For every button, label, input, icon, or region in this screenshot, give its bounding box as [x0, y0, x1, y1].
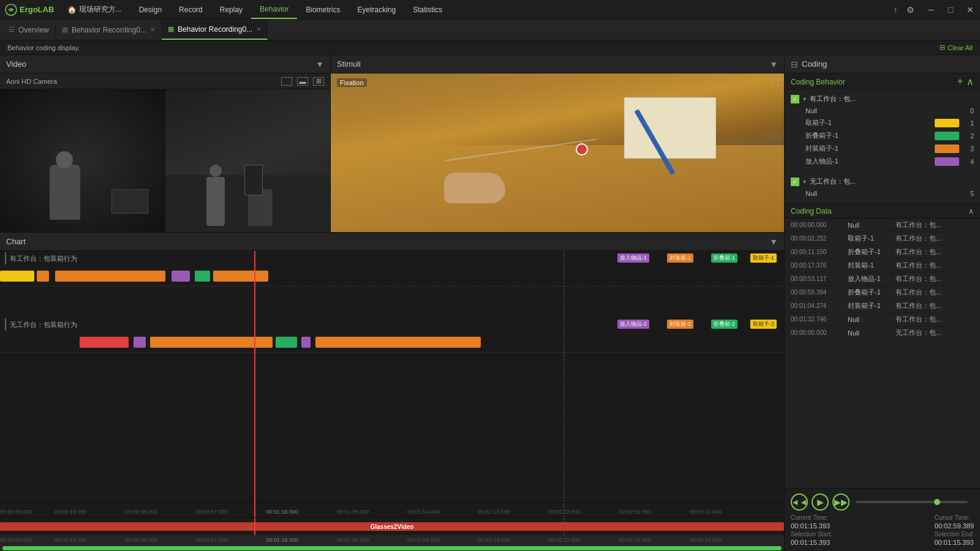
stimuli-expand-icon[interactable]: ▼ — [769, 59, 778, 69]
coding-group-1: ✓ ▾ 有工作台：包... Null 0 取箱子-1 1 — [785, 90, 980, 173]
coding-data-item-6: 00:01:04.274 封装箱子-1 有工作台：包... — [785, 299, 980, 313]
coding-color-green — [935, 132, 959, 140]
time-mark-1: 00:00:19.000 — [55, 509, 87, 515]
coding-group-1-expand[interactable]: ▾ — [803, 96, 806, 102]
coding-checkbox-1[interactable]: ✓ — [791, 95, 799, 103]
coding-behavior-list-1: Null 0 取箱子-1 1 折叠箱子-1 2 封装箱子-1 — [785, 105, 980, 170]
strip-time-3: 00:00:57.000 — [195, 537, 228, 543]
chart-timeline-row: 00:00:00.000 00:00:19.000 00:00:38.000 0… — [0, 503, 784, 517]
menu-record[interactable]: Record — [170, 0, 211, 19]
menu-eyetracking[interactable]: Eyetracking — [349, 0, 405, 19]
tab-close-2[interactable]: ✕ — [256, 26, 261, 32]
coding-collapse-button[interactable]: ∧ — [967, 76, 974, 88]
pill-2-4: 取箱子-2 — [750, 320, 777, 329]
play-slider-thumb[interactable] — [934, 499, 940, 505]
selection-start-group: Selection Start: 00:01:15.393 — [791, 531, 832, 546]
coding-behavior-item-4: 放入物品-1 4 — [785, 155, 980, 168]
minimize-button[interactable]: ─ — [921, 0, 941, 20]
chart-block-yellow-1 — [0, 271, 34, 282]
time-mark-9: 00:02:51.000 — [619, 509, 652, 515]
scroll-bar-row[interactable] — [0, 545, 784, 551]
chart-row1-label: 有工作台：包装箱行为 — [10, 254, 77, 263]
video-expand-icon[interactable]: ▼ — [315, 59, 324, 69]
maximize-button[interactable]: □ — [941, 0, 960, 20]
menu-design[interactable]: Design — [130, 0, 170, 19]
stimuli-scene: Fixation — [331, 73, 784, 232]
video-view-icon-1[interactable] — [281, 77, 292, 86]
video-panel: Video ▼ Aoni HD Camera ▬ ⊞ — [0, 55, 331, 232]
status-text: Behavior coding display. — [7, 44, 80, 51]
tab-overview-icon: ☰ — [9, 26, 15, 34]
tab-bar: ☰ Overview ▦ Behavior Recording0... ✕ ▦ … — [0, 20, 980, 40]
stimuli-panel-title: Stimuli — [337, 59, 361, 69]
fixation-label: Fixation — [337, 78, 367, 87]
selection-end-label: Selection End: — [935, 531, 974, 538]
scroll-bar-thumb[interactable] — [2, 546, 782, 550]
tab-close-1[interactable]: ✕ — [150, 26, 155, 33]
coding-data-section: Coding Data ∧ 00:00:00.000 Null 有工作台：包..… — [785, 204, 980, 488]
tab-behavior-1[interactable]: ▦ Behavior Recording0... ✕ — [56, 20, 162, 40]
arrow-up-icon[interactable]: ↑ — [889, 4, 902, 16]
chart-block-orange-end-2 — [315, 337, 481, 348]
forward-button[interactable]: ▶▶ — [832, 493, 850, 511]
coding-behavior-item-2: 折叠箱子-1 2 — [785, 129, 980, 142]
selection-displays: Selection Start: 00:01:15.393 Selection … — [791, 531, 974, 546]
time-mark-4: 00:01:16.000 — [266, 509, 299, 515]
menu-statistics[interactable]: Statistics — [404, 0, 451, 19]
coding-data-list[interactable]: 00:00:00.000 Null 有工作台：包... 00:00:02.252… — [785, 219, 980, 488]
chart-block-purple-small-2 — [301, 337, 311, 348]
tab-overview[interactable]: ☰ Overview — [2, 20, 56, 40]
coding-data-item-5: 00:00:59.394 折叠箱子-1 有工作台：包... — [785, 286, 980, 299]
play-button[interactable]: ▶ — [812, 493, 829, 511]
strip-time-2: 00:00:38.000 — [125, 537, 157, 543]
menu-replay[interactable]: Replay — [211, 0, 251, 19]
coding-data-item-1: 00:00:02.252 取箱子-1 有工作台：包... — [785, 232, 980, 246]
video-content — [0, 89, 330, 232]
coding-checkbox-2[interactable]: ✓ — [791, 178, 799, 186]
top-row: Video ▼ Aoni HD Camera ▬ ⊞ — [0, 55, 784, 233]
settings-icon[interactable]: ⚙ — [904, 4, 916, 16]
clear-all-button[interactable]: ⊟ Clear All — [940, 43, 973, 51]
close-button[interactable]: ✕ — [960, 0, 980, 20]
strip-time-9: 00:02:51.000 — [619, 537, 652, 543]
video-view-icon-3[interactable]: ⊞ — [313, 77, 324, 86]
strip-playhead — [254, 518, 255, 535]
video-panel-header: Video ▼ — [0, 55, 330, 73]
coding-group-2-expand[interactable]: ▾ — [803, 178, 806, 185]
menu-project[interactable]: 🏠 现场研究方... — [59, 0, 130, 19]
tab-behavior-2[interactable]: ▦ Behavior Recording0... ✕ — [162, 20, 268, 40]
timeline-time-row: 00:00:00.000 00:00:19.000 00:00:38.000 0… — [0, 535, 784, 545]
time-mark-2: 00:00:38.000 — [125, 509, 157, 515]
chart-block-purple-1 — [172, 271, 190, 282]
coding-title: Coding — [802, 59, 827, 69]
coding-behavior-3-num: 3 — [964, 145, 974, 152]
chart-block-orange-cont-1 — [213, 271, 268, 282]
menu-behavior[interactable]: Behavior — [251, 0, 297, 19]
chart-panel-title: Chart — [6, 237, 26, 246]
chart-expand-icon[interactable]: ▼ — [769, 237, 778, 247]
play-slider[interactable] — [856, 501, 968, 503]
chart-body: 有工作台：包装箱行为 放入物品-1 封装箱-1 折叠箱-1 取箱子-1 — [0, 251, 784, 517]
strip-time-0: 00:00:00.000 — [0, 537, 32, 543]
video-view-icon-2[interactable]: ▬ — [297, 77, 308, 86]
coding-behavior-1-num: 1 — [964, 119, 974, 127]
scroll-bar-track[interactable] — [2, 546, 782, 550]
coding-behavior-null-1-name: Null — [805, 107, 959, 114]
coding-data-collapse[interactable]: ∧ — [968, 207, 974, 216]
chart-playhead — [254, 251, 255, 517]
stimuli-fullscreen-icon[interactable]: ⛶ — [771, 78, 779, 88]
playback-controls: ◄◄ ▶ ▶▶ Current Time: 00:01:15.393 Curso… — [785, 488, 980, 551]
coding-add-button[interactable]: + — [957, 76, 963, 88]
chart-block-purple-2 — [134, 337, 146, 348]
pill-2-1: 放入物品-2 — [617, 320, 649, 329]
video-thumbnail-2 — [165, 89, 330, 232]
coding-behavior-null-1-num: 0 — [964, 107, 974, 114]
coding-group-2-header[interactable]: ✓ ▾ 无工作台：包... — [785, 175, 980, 188]
time-mark-7: 00:02:13.000 — [478, 509, 510, 515]
strip-time-8: 00:02:32.000 — [548, 537, 581, 543]
rewind-button[interactable]: ◄◄ — [791, 493, 808, 511]
coding-behavior-item-3: 封装箱子-1 3 — [785, 142, 980, 155]
menu-biometrics[interactable]: Biometrics — [297, 0, 349, 19]
coding-group-1-header[interactable]: ✓ ▾ 有工作台：包... — [785, 92, 980, 105]
strip-time-10: 00:03:10.000 — [690, 537, 722, 543]
